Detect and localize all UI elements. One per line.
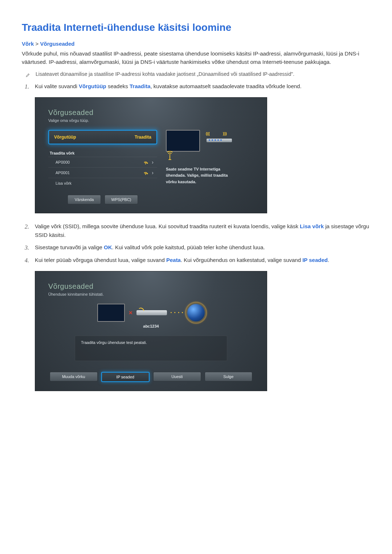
tv-panel-connection-cancelled: Võrguseaded Ühenduse kinnitamine tühista… (35, 271, 267, 391)
step-number: 2. (22, 222, 29, 239)
note: Lisateavet dünaamilise ja staatilise IP-… (25, 71, 370, 78)
ap-row[interactable]: AP0001 › (48, 167, 157, 178)
row-label: Võrgutüüp (54, 135, 76, 140)
globe-icon (187, 304, 205, 321)
add-network-row[interactable]: Lisa võrk (48, 178, 157, 188)
t: Kui teler püüab võrguga ühendust luua, v… (35, 257, 166, 263)
ap-name: AP0000 (56, 160, 70, 164)
step-text: Valige võrk (SSID), millega soovite ühen… (35, 222, 370, 239)
wps-button[interactable]: WPS(PBC) (105, 195, 138, 204)
kw-ok: OK (104, 244, 112, 250)
tv-panel-network-list: Võrguseaded Valige oma võrgu tüüp. Võrgu… (35, 97, 267, 213)
ssid-label: abc1234 (48, 324, 254, 328)
steps-list: 1. Kui valite suvandi Võrgutüüp seadeks … (22, 82, 370, 91)
router-leds (209, 139, 222, 141)
kw-network-type: Võrgutüüp (79, 83, 106, 89)
help-text: Saate seadme TV Internetiga ühendada. Va… (166, 166, 235, 185)
dots-icon: • • • • (171, 311, 184, 315)
t: Sisestage turvavõti ja valige (35, 244, 104, 250)
kw-add-network: Lisa võrk (300, 223, 324, 229)
router-icon (136, 310, 167, 315)
step-number: 4. (22, 256, 29, 265)
note-text: Lisateavet dünaamilise ja staatilise IP-… (36, 71, 294, 77)
section-wireless: Traadita võrk (48, 148, 157, 157)
kw-stop: Peata (166, 257, 181, 263)
step-number: 1. (22, 82, 29, 91)
ap-row[interactable]: AP0000 › (48, 157, 157, 167)
kw-ip-settings: IP seaded (302, 257, 328, 263)
t: Kui valite suvandi (35, 83, 79, 89)
tv-icon (166, 130, 200, 152)
svg-rect-1 (147, 173, 148, 174)
ap-name: AP0001 (56, 171, 70, 175)
wifi-lock-icon (143, 160, 148, 165)
wifi-tower-icon (166, 149, 174, 160)
network-type-row[interactable]: Võrgutüüp Traadita (48, 130, 157, 144)
step-text: Kui valite suvandi Võrgutüüp seadeks Tra… (35, 82, 302, 91)
right-illustration: ((( ))) Saate seadme TV Internetiga ühen… (166, 130, 254, 204)
step-text: Kui teler püüab võrguga ühendust luua, v… (35, 256, 329, 265)
t: . (328, 257, 329, 263)
refresh-button[interactable]: Värskenda (68, 195, 101, 204)
tv-icon (97, 304, 125, 322)
breadcrumb-a: Võrk (22, 41, 34, 47)
step-3: 3. Sisestage turvavõti ja valige OK. Kui… (22, 243, 370, 253)
steps-list-cont: 2. Valige võrk (SSID), millega soovite ü… (22, 222, 370, 265)
breadcrumb-sep: > (36, 41, 39, 47)
close-button[interactable]: Sulge (205, 372, 253, 381)
breadcrumb: Võrk > Võrguseaded (22, 41, 370, 47)
step-number: 3. (22, 243, 29, 253)
chevron-right-icon: › (152, 170, 154, 176)
wave: ))) (223, 131, 227, 136)
t: . Kui valitud võrk pole kaitstud, püüab … (112, 244, 265, 250)
tv-subtitle: Valige oma võrgu tüüp. (48, 118, 254, 123)
add-network-label: Lisa võrk (56, 181, 72, 185)
page-title: Traadita Interneti-ühenduse käsitsi loom… (22, 22, 370, 33)
t: seadeks (106, 83, 130, 89)
step-text: Sisestage turvavõti ja valige OK. Kui va… (35, 243, 265, 253)
step-2: 2. Valige võrk (SSID), millega soovite ü… (22, 222, 370, 239)
kw-wireless: Traadita (130, 83, 151, 89)
status-message: Traadita võrgu ühenduse test peatati. (75, 336, 227, 361)
t: . Kui võrguühendus on katkestatud, valig… (181, 257, 302, 263)
signal-waves-icon: ((( ))) (206, 131, 227, 136)
row-value: Traadita (135, 135, 151, 140)
t: Valige võrk (SSID), millega soovite ühen… (35, 223, 300, 229)
connection-diagram: ✕ • • • • (48, 304, 254, 322)
step-4: 4. Kui teler püüab võrguga ühendust luua… (22, 256, 370, 265)
wifi-lock-icon (143, 170, 148, 175)
left-column: Võrgutüüp Traadita Traadita võrk AP0000 … (48, 130, 157, 204)
breadcrumb-b: Võrguseaded (40, 41, 74, 47)
ip-settings-button[interactable]: IP seaded (101, 372, 150, 382)
t: , kuvatakse automaatselt saadaolevate tr… (150, 83, 301, 89)
change-network-button[interactable]: Muuda võrku (50, 372, 98, 381)
tv-subtitle: Ühenduse kinnitamine tühistati. (48, 292, 254, 296)
svg-rect-0 (147, 163, 148, 164)
wave: ((( (206, 131, 210, 136)
tv-title: Võrguseaded (48, 108, 254, 117)
step-1: 1. Kui valite suvandi Võrgutüüp seadeks … (22, 82, 370, 91)
intro-text: Võrkude puhul, mis nõuavad staatilist IP… (22, 50, 370, 66)
retry-button[interactable]: Uuesti (153, 372, 201, 381)
fail-x-icon: ✕ (128, 310, 133, 316)
tv-title: Võrguseaded (48, 282, 254, 291)
pencil-icon (25, 72, 30, 78)
chevron-right-icon: › (152, 159, 154, 165)
